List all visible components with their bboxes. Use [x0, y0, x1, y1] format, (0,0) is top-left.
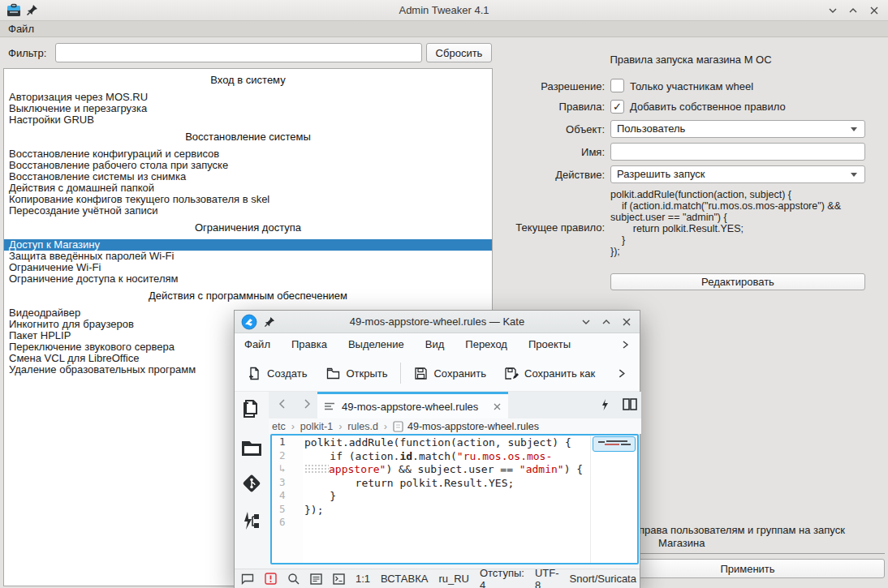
list-item[interactable]: Копирование конфигов текущего пользовате… [4, 194, 492, 205]
list-section-header: Ограничения доступа [4, 217, 492, 239]
window-title: Admin Tweaker 4.1 [0, 0, 888, 21]
admin-tweaker-titlebar[interactable]: Admin Tweaker 4.1 [0, 0, 888, 21]
rules-label: Правила: [497, 101, 605, 113]
filter-input[interactable] [55, 43, 422, 62]
tab-menu-icon [324, 401, 335, 411]
documents-sidebar-icon[interactable] [241, 398, 262, 419]
open-button[interactable]: Открыть [326, 367, 387, 380]
status-input-mode[interactable]: ВСТАВКА [381, 573, 428, 585]
rules-checkbox-label[interactable]: Добавить собственное правило [630, 101, 786, 113]
filesystem-sidebar-icon[interactable] [241, 437, 262, 458]
external-tools-sidebar-icon[interactable] [241, 510, 262, 531]
split-view-icon[interactable] [623, 398, 637, 410]
edit-button[interactable]: Редактировать [610, 273, 865, 290]
panel-description-line1: права пользователям и группам на запуск [639, 524, 845, 536]
permission-checkbox[interactable] [610, 79, 624, 92]
status-syntax-mode[interactable]: Snort/Suricata [570, 573, 636, 585]
back-icon[interactable] [277, 397, 288, 411]
list-item[interactable]: Ограничение доступа к носителям [4, 273, 492, 285]
name-input[interactable] [610, 143, 865, 161]
terminal-icon[interactable] [333, 573, 345, 585]
status-indentation[interactable]: Отступы: 4 [480, 567, 524, 588]
kate-menu-projects[interactable]: Проекты [528, 338, 571, 350]
git-sidebar-icon[interactable] [241, 473, 262, 494]
list-item[interactable]: Настройки GRUB [4, 114, 492, 126]
output-panel-icon[interactable] [310, 573, 322, 585]
kate-menu-go[interactable]: Переход [465, 338, 507, 350]
wrap-indent-marker [304, 464, 329, 473]
menu-overflow-icon[interactable] [620, 340, 630, 350]
kate-titlebar[interactable]: 49-mos-appstore-wheel.rules — Kate [235, 311, 640, 333]
current-rule-label: Текущее правило: [497, 221, 605, 234]
object-dropdown-value: Пользователь [617, 122, 685, 135]
diagnostics-icon[interactable] [265, 573, 277, 585]
rules-checkbox[interactable]: ✓ [610, 100, 624, 114]
screen: Admin Tweaker 4.1 Файл Фильтр: Сбросить … [0, 0, 888, 588]
panel-separator [617, 553, 885, 554]
kate-minimize-button[interactable] [580, 315, 593, 328]
permission-label: Разрешение: [497, 80, 605, 92]
status-dictionary[interactable]: ru_RU [438, 573, 469, 585]
tab-close-icon[interactable] [493, 402, 502, 411]
action-label: Действие: [497, 169, 605, 181]
menu-file[interactable]: Файл [2, 21, 41, 36]
list-item[interactable]: Восстановление системы из снимка [4, 171, 492, 182]
breadcrumb-item[interactable]: etc [272, 421, 286, 432]
close-button[interactable] [868, 4, 881, 17]
quick-open-icon[interactable] [600, 398, 610, 411]
toolbar-separator [400, 363, 401, 384]
annotations-icon[interactable] [241, 573, 254, 585]
status-encoding[interactable]: UTF-8 [535, 567, 559, 588]
name-label: Имя: [497, 146, 605, 158]
breadcrumb-separator-icon: › [384, 421, 387, 432]
object-dropdown[interactable]: Пользователь [610, 120, 865, 138]
kate-menu-view[interactable]: Вид [425, 338, 445, 350]
code-text[interactable]: polkit.addRule(function(action, subject)… [304, 436, 588, 563]
permission-checkbox-label[interactable]: Только участникам wheel [630, 80, 753, 92]
save-as-button[interactable]: Сохранить как [504, 367, 595, 380]
list-item[interactable]: Восстановление конфигураций и сервисов [4, 148, 492, 160]
minimap-view-indicator[interactable] [593, 436, 636, 452]
list-item[interactable]: Восстановление рабочего стола при запуск… [4, 160, 492, 171]
list-item-selected[interactable]: Доступ к Магазину [4, 239, 492, 251]
forward-icon[interactable] [301, 397, 313, 411]
code-editor[interactable]: 1 2 ↳ 3 4 5 6 polkit.addRule(function(ac… [270, 434, 639, 564]
status-cursor-position[interactable]: 1:1 [356, 573, 370, 585]
maximize-button[interactable] [847, 4, 860, 17]
kate-menu-edit[interactable]: Правка [291, 338, 327, 350]
kate-menu-file[interactable]: Файл [244, 338, 270, 350]
breadcrumb-separator-icon: › [291, 421, 295, 432]
list-item[interactable]: Ограничение Wi-Fi [4, 262, 492, 273]
breadcrumb-current-file[interactable]: 49-mos-appstore-wheel.rules [393, 421, 539, 432]
list-item[interactable]: Действия с домашней папкой [4, 182, 492, 194]
kate-close-button[interactable] [620, 315, 633, 328]
kate-status-bar: 1:1 ВСТАВКА ru_RU Отступы: 4 UTF-8 Snort… [235, 569, 640, 588]
reset-button[interactable]: Сбросить [426, 43, 492, 62]
search-icon[interactable] [287, 573, 300, 585]
chevron-down-icon [851, 127, 857, 131]
new-document-button[interactable]: Создать [248, 367, 307, 380]
list-item[interactable]: Авторизация через MOS.RU [4, 92, 492, 103]
minimap-scrollbar[interactable] [590, 436, 637, 563]
tab-49-mos-appstore-wheel[interactable]: 49-mos-appstore-wheel.rules [317, 392, 508, 418]
list-section-header: Восстановление системы [4, 126, 492, 148]
breadcrumb-item[interactable]: polkit-1 [300, 421, 333, 432]
action-dropdown[interactable]: Разрешить запуск [610, 165, 865, 183]
tab-title: 49-mos-appstore-wheel.rules [342, 401, 478, 413]
breadcrumb-item[interactable]: rules.d [347, 421, 378, 432]
line-number-gutter: 1 2 ↳ 3 4 5 6 [272, 436, 303, 563]
list-item[interactable]: Выключение и перезагрузка [4, 103, 492, 114]
minimize-button[interactable] [826, 4, 839, 17]
list-item[interactable]: Пересоздание учётной записи [4, 205, 492, 217]
toolbar-overflow-icon[interactable] [616, 368, 627, 379]
kate-maximize-button[interactable] [600, 315, 613, 328]
list-section-header: Действия с программным обеспечением [4, 285, 492, 307]
panel-description-line2: Магазина [658, 537, 705, 549]
save-button[interactable]: Сохранить [414, 367, 486, 380]
kate-menubar: Файл Правка Выделение Вид Переход Проект… [235, 333, 640, 355]
breadcrumb: etc › polkit-1 › rules.d › 49-mos-appsto… [269, 418, 641, 434]
filter-label: Фильтр: [8, 47, 46, 59]
list-item[interactable]: Защита введённых паролей Wi-Fi [4, 251, 492, 262]
apply-button[interactable]: Применить [610, 559, 885, 578]
kate-menu-selection[interactable]: Выделение [348, 338, 404, 350]
